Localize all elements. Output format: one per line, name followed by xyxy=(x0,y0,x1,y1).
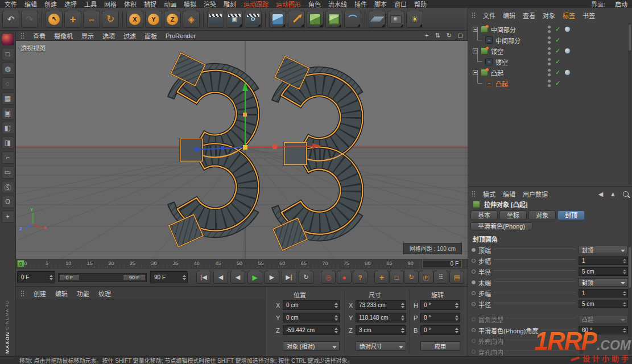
end-radius-field[interactable]: 5 cm xyxy=(579,300,628,308)
quantize-button[interactable]: + xyxy=(2,210,14,223)
next-key-button[interactable]: ▶| xyxy=(282,271,296,284)
attr-menu-mode[interactable]: 模式 xyxy=(483,189,495,198)
workplane-mode-button[interactable]: ▦ xyxy=(2,92,14,105)
extruded-33-object[interactable] xyxy=(168,53,363,250)
start-cap-dropdown[interactable]: 封顶 xyxy=(579,246,628,254)
timeline-range-slider[interactable]: 0 F 90 F xyxy=(58,273,147,282)
range-start-handle[interactable]: 0 F xyxy=(59,274,80,281)
next-frame-button[interactable]: ▶ xyxy=(265,271,279,284)
viewport-pan-icon[interactable]: + xyxy=(425,32,428,39)
menu-pipeline[interactable]: 流水线 xyxy=(328,0,347,9)
add-primitive-button[interactable] xyxy=(269,11,286,28)
end-steps-field[interactable]: 1 xyxy=(579,289,628,297)
redo-button[interactable]: ↷ xyxy=(21,11,38,28)
keyframe-circle-icon[interactable] xyxy=(472,317,478,321)
object-row-raised[interactable]: 凸起 ✓ xyxy=(468,67,627,78)
coordinate-mode-dropdown[interactable]: 对象 (相对) xyxy=(283,341,340,351)
record-keyframe-button[interactable]: ◎ xyxy=(321,271,336,284)
point-mode-button[interactable]: ▣ xyxy=(2,107,14,119)
gizmo-center-handle[interactable] xyxy=(243,145,247,150)
visibility-dots[interactable] xyxy=(548,36,551,44)
enabled-check-icon[interactable]: ✓ xyxy=(555,58,560,65)
search-icon[interactable] xyxy=(623,191,629,197)
phong-tag-icon[interactable] xyxy=(565,27,570,32)
visibility-dots[interactable] xyxy=(548,58,551,65)
polygon-mode-button[interactable]: ◨ xyxy=(2,136,14,149)
axis-mode-button[interactable]: ⌐ xyxy=(2,151,14,164)
object-row-cutout-spline[interactable]: ~ 镂空 ✓ xyxy=(468,56,627,67)
record-rotation-toggle[interactable]: ↻ xyxy=(404,271,419,284)
keyframe-circle-icon[interactable] xyxy=(472,350,478,354)
menu-help[interactable]: 帮助 xyxy=(414,0,427,9)
keyframe-circle-icon[interactable] xyxy=(472,259,478,263)
enabled-check-icon[interactable]: ✓ xyxy=(555,47,560,55)
tab-object[interactable]: 对象 xyxy=(528,210,556,220)
render-settings-button[interactable]: ⚙ xyxy=(245,11,262,28)
deformers-button[interactable]: ⌒ xyxy=(344,11,361,28)
record-scale-toggle[interactable]: □ xyxy=(389,271,404,284)
caps-rounding-section-title[interactable]: 封顶圆角 xyxy=(473,234,498,243)
z-axis-lock-button[interactable]: Z xyxy=(164,11,181,28)
viewport-menu-panel[interactable]: 面板 xyxy=(144,31,157,40)
record-parameter-toggle[interactable]: Ⓟ xyxy=(419,271,433,284)
keyframe-circle-icon[interactable] xyxy=(472,248,478,252)
visibility-dots[interactable] xyxy=(548,80,551,87)
material-menu-texture[interactable]: 纹理 xyxy=(98,289,111,298)
phong-tag-icon[interactable] xyxy=(565,48,570,53)
viewport-menu-display[interactable]: 显示 xyxy=(81,31,94,40)
objman-menu-file[interactable]: 文件 xyxy=(483,11,495,20)
make-editable-button[interactable]: ● xyxy=(2,33,14,46)
apply-button[interactable]: 应用 xyxy=(420,341,460,351)
tab-basic[interactable]: 基本 xyxy=(470,210,498,220)
previous-key-button[interactable]: ◀ xyxy=(213,271,228,284)
objman-menu-bookmarks[interactable]: 书签 xyxy=(583,11,595,20)
attr-menu-userdata[interactable]: 用户数据 xyxy=(523,189,548,198)
tab-phong[interactable]: 平滑着色(Phong) xyxy=(470,222,532,230)
menu-motion-tracker[interactable]: 运动跟踪 xyxy=(243,0,269,9)
menu-tools[interactable]: 工具 xyxy=(84,0,97,9)
record-position-toggle[interactable]: + xyxy=(374,271,389,284)
texture-mode-button[interactable]: ◍ xyxy=(2,63,14,75)
object-row-middle-part-spline[interactable]: ~ 中间部分 ✓ xyxy=(468,35,627,46)
viewport-menu-filter[interactable]: 过滤 xyxy=(123,31,136,40)
rotate-tool-button[interactable]: ↻ xyxy=(102,11,119,28)
modeling-objects-button[interactable] xyxy=(325,11,342,28)
record-point-level-toggle[interactable]: ⠿ xyxy=(433,271,448,284)
light-button[interactable]: ☀ xyxy=(406,11,423,28)
visibility-dots[interactable] xyxy=(548,26,551,33)
menu-volume[interactable]: 体积 xyxy=(124,0,137,9)
collapse-icon[interactable] xyxy=(473,70,478,75)
pos-x-field[interactable]: 0 cm xyxy=(283,300,340,310)
coordinate-system-button[interactable]: ◈ xyxy=(183,11,200,28)
start-radius-field[interactable]: 5 cm xyxy=(579,267,628,276)
keyframe-circle-icon[interactable] xyxy=(472,291,478,295)
keyframe-circle-icon[interactable] xyxy=(472,328,478,332)
render-picture-viewer-button[interactable]: ▣ xyxy=(226,11,243,28)
end-cap-dropdown[interactable]: 封顶 xyxy=(579,278,628,287)
phong-tag-icon[interactable] xyxy=(565,70,570,75)
tab-caps[interactable]: 封顶 xyxy=(557,210,585,220)
menu-script[interactable]: 脚本 xyxy=(374,0,387,9)
model-mode-button[interactable]: □ xyxy=(2,48,14,60)
keyframe-circle-icon[interactable] xyxy=(472,280,478,284)
rot-h-field[interactable]: 0 ° xyxy=(420,300,460,310)
live-selection-button[interactable]: ↖ xyxy=(46,11,63,28)
start-steps-field[interactable]: 1 xyxy=(579,257,628,265)
size-y-field[interactable]: 118.148 cm xyxy=(356,313,406,322)
objman-menu-edit[interactable]: 编辑 xyxy=(503,11,515,20)
snap-settings-button[interactable]: Ⓢ xyxy=(2,181,14,193)
keyframe-circle-icon[interactable] xyxy=(472,270,478,274)
objman-menu-tags[interactable]: 标签 xyxy=(563,11,575,20)
menu-render[interactable]: 渲染 xyxy=(204,0,216,9)
enabled-check-icon[interactable]: ✓ xyxy=(555,80,560,87)
spline-pen-button[interactable] xyxy=(288,11,305,28)
menu-sculpt[interactable]: 雕刻 xyxy=(224,0,236,9)
viewport-zoom-icon[interactable]: ⇅ xyxy=(435,32,440,39)
z-axis-handle[interactable] xyxy=(195,147,199,151)
panel-grip[interactable] xyxy=(472,191,476,197)
content-browser-button[interactable]: ▤ xyxy=(449,271,464,284)
panel-grip[interactable] xyxy=(472,12,476,19)
camera-button[interactable] xyxy=(387,11,404,28)
keyframe-circle-icon[interactable] xyxy=(472,339,478,343)
viewport-3d-canvas[interactable]: 透视视图 Y X Z 网格间距 : 100 cm xyxy=(16,41,468,259)
